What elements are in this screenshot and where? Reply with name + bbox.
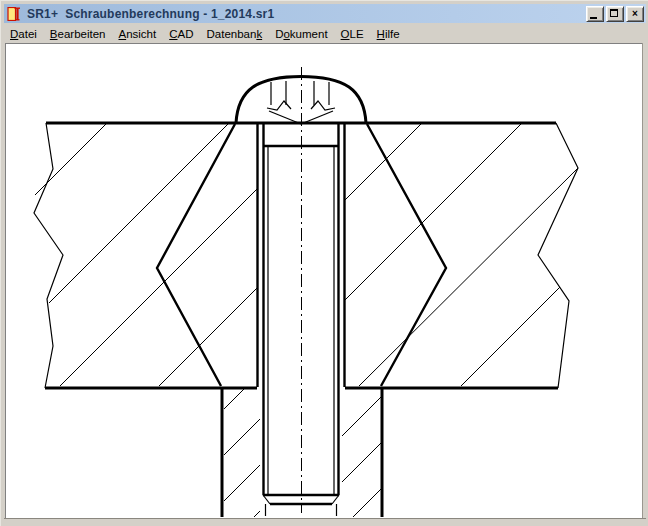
close-icon: × xyxy=(632,9,638,19)
titlebar[interactable]: SR1+ Schraubenberechnung - 1_2014.sr1 × xyxy=(4,4,646,23)
menubar: Datei Bearbeiten Ansicht CAD Datenbank D… xyxy=(4,24,646,43)
window-frame-bottom xyxy=(4,518,646,526)
menu-bearbeiten[interactable]: Bearbeiten xyxy=(44,26,112,42)
window-frame-right xyxy=(642,43,648,526)
menu-datenbank[interactable]: Datenbank xyxy=(201,26,269,42)
minimize-icon xyxy=(590,17,597,19)
window-title: SR1+ Schraubenberechnung - 1_2014.sr1 xyxy=(27,7,274,21)
menu-hilfe[interactable]: Hilfe xyxy=(371,26,406,42)
minimize-button[interactable] xyxy=(586,6,604,22)
maximize-icon xyxy=(610,9,618,17)
drawing-area[interactable] xyxy=(5,43,642,518)
menu-cad[interactable]: CAD xyxy=(163,26,199,42)
menu-dokument[interactable]: Dokument xyxy=(269,26,333,42)
maximize-button[interactable] xyxy=(606,6,624,22)
close-button[interactable]: × xyxy=(626,6,644,22)
menu-ole[interactable]: OLE xyxy=(335,26,370,42)
menu-ansicht[interactable]: Ansicht xyxy=(113,26,163,42)
menu-datei[interactable]: Datei xyxy=(4,26,43,42)
app-icon[interactable] xyxy=(7,7,21,21)
app-window: SR1+ Schraubenberechnung - 1_2014.sr1 × … xyxy=(0,0,648,526)
